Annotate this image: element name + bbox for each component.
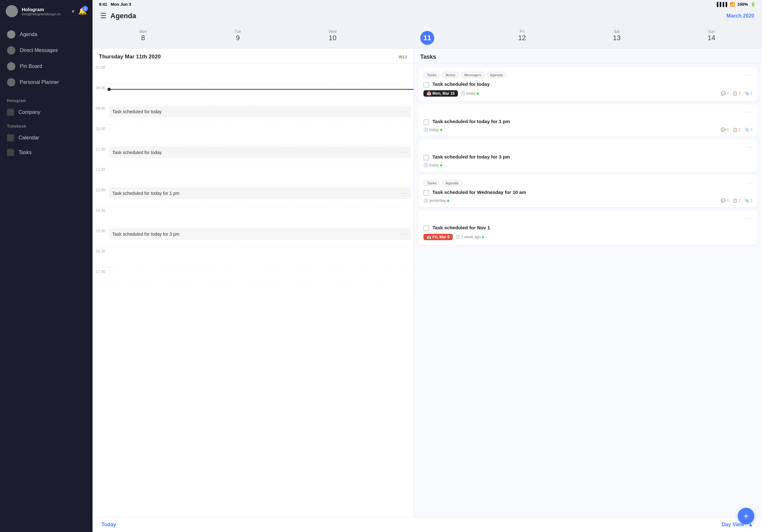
task-attachments: 📎 2 <box>744 91 752 96</box>
wifi-icon: 📶 <box>730 2 735 7</box>
status-time: 9:41 Mon Jun 3 <box>99 2 131 7</box>
sidebar-item-tasks[interactable]: Tasks <box>0 145 93 160</box>
day-tab-wed[interactable]: Wed 10 <box>285 26 380 45</box>
task-meta: 🕐 today 💬 4 📋 2 📎 2 <box>423 128 752 132</box>
sidebar-item-personal-planner[interactable]: Personal Planner <box>0 74 93 90</box>
task-more-icon[interactable]: ··· <box>746 215 752 222</box>
tasks-icon <box>7 149 14 156</box>
task-checkbox[interactable] <box>423 226 429 231</box>
task-meta-left: 🕐 yesterday <box>423 198 449 203</box>
current-time-dot <box>108 88 111 91</box>
sidebar-item-dm-label: Direct Messages <box>20 47 58 53</box>
sidebar-item-direct-messages[interactable]: Direct Messages <box>0 42 93 58</box>
day-tab-circle: 11 <box>420 31 434 45</box>
task-card: ··· Task scheduled for today for 3 pm 🕐 … <box>418 140 758 172</box>
task-attachments: 📎 2 <box>744 198 752 203</box>
sidebar-item-agenda[interactable]: Agenda <box>0 27 93 42</box>
cal-hour-label: 07.00 <box>93 63 109 70</box>
cal-week-badge: W12 <box>399 54 407 59</box>
task-meta-left: 📅 Mon, Mar 15 🕐 today <box>423 90 479 97</box>
task-tag: Tasks <box>423 72 440 78</box>
cal-event[interactable]: Task scheduled for today ··· <box>109 105 411 117</box>
task-tag: Notes <box>442 72 459 78</box>
cal-hour-line: Task scheduled for today for 3 pm ··· <box>109 227 414 241</box>
day-tab-num: 13 <box>571 34 663 42</box>
cal-hour-row: 11.00 Task scheduled for today ··· <box>93 145 414 166</box>
task-more-icon[interactable]: ··· <box>746 144 752 151</box>
sidebar-user-email: tom@hologramdesign.co <box>22 12 68 16</box>
task-checkbox[interactable] <box>423 82 429 88</box>
cal-timeline[interactable]: 07.0008.00 09.00 Task scheduled for toda… <box>93 63 414 517</box>
sidebar-item-tasks-label: Tasks <box>19 150 32 155</box>
page-title: Agenda <box>111 12 136 20</box>
cal-hour-row: 15.00 Task scheduled for today for 3 pm … <box>93 227 414 247</box>
cal-event[interactable]: Task scheduled for today for 3 pm ··· <box>109 228 411 240</box>
month-link[interactable]: March 2020 <box>726 13 754 19</box>
task-meta-right: 💬 4 📋 2 📎 2 <box>721 198 752 203</box>
cal-event-more-icon[interactable]: ··· <box>401 108 408 115</box>
task-tag: Tasks <box>423 180 440 186</box>
task-meta: 📅 Fri, Mar 5 🕐 1 week ago <box>423 234 752 240</box>
day-tab-num: 8 <box>97 34 189 42</box>
bottom-bar: Today Day View ▲ <box>93 517 762 532</box>
day-tab-sat[interactable]: Sat 13 <box>569 26 664 45</box>
task-date-badge: 📅 Mon, Mar 15 <box>423 90 458 97</box>
sidebar-user-name: Hologram <box>22 7 68 12</box>
cal-event-title: Task scheduled for today <box>112 150 162 155</box>
cal-hour-label: 17.00 <box>93 268 109 274</box>
sidebar-item-company[interactable]: Company <box>0 105 93 120</box>
sidebar-header: Hologram tom@hologramdesign.co ▾ 🔔 2 <box>0 0 93 23</box>
cal-event-title: Task scheduled for today for 3 pm <box>112 232 179 237</box>
sidebar-section-timebook: Timebook <box>0 120 93 130</box>
tasks-panel-header: Tasks <box>414 48 762 64</box>
day-tab-name: Thu <box>381 27 474 31</box>
cal-event-more-icon[interactable]: ··· <box>401 149 408 156</box>
cal-event-more-icon[interactable]: ··· <box>401 190 408 196</box>
task-meta-left: 📅 Fri, Mar 5 🕐 1 week ago <box>423 234 484 240</box>
cal-hour-line <box>109 84 414 94</box>
cal-event-more-icon[interactable]: ··· <box>401 231 408 237</box>
company-icon <box>7 109 14 116</box>
task-checkbox[interactable] <box>423 190 429 196</box>
day-tab-num: 10 <box>286 34 379 42</box>
day-tab-tue[interactable]: Tue 9 <box>190 26 285 45</box>
cal-event-title: Task scheduled for today for 1 pm <box>112 191 179 196</box>
task-status-dot <box>440 164 442 166</box>
task-comments: 💬 4 <box>721 91 729 96</box>
task-card: TasksAgenda ··· Task scheduled for Wedne… <box>418 175 758 207</box>
fab-add-button[interactable]: + <box>738 508 754 524</box>
sidebar-item-calendar[interactable]: Calendar <box>0 130 93 145</box>
task-checkbox[interactable] <box>423 155 429 161</box>
day-tab-mon[interactable]: Mon 8 <box>96 26 190 45</box>
day-tab-name: Mon <box>97 29 189 34</box>
cal-event[interactable]: Task scheduled for today ··· <box>109 146 411 158</box>
tasks-list: TasksNotesMessagesAgenda ··· Task schedu… <box>414 64 762 517</box>
day-tab-sun[interactable]: Sun 14 <box>664 26 759 45</box>
task-status-dot <box>482 236 484 238</box>
task-more-icon[interactable]: ··· <box>746 71 752 78</box>
task-meta-right: 💬 4 📋 2 📎 2 <box>721 91 752 96</box>
task-title: Task scheduled for Nov 1 <box>432 225 752 230</box>
task-row: Task scheduled for Wednesday for 10 am <box>423 189 752 196</box>
battery-icon: 🔋 <box>750 2 756 7</box>
day-tab-thu[interactable]: Thu 11 <box>380 23 475 48</box>
cal-hour-row: 12.00 <box>93 166 414 186</box>
chevron-down-icon[interactable]: ▾ <box>72 8 74 14</box>
day-tab-fri[interactable]: Fri 12 <box>475 26 569 45</box>
hamburger-icon[interactable]: ☰ <box>100 12 107 20</box>
time: 9:41 <box>99 2 107 7</box>
cal-event[interactable]: Task scheduled for today for 1 pm ··· <box>109 187 411 199</box>
task-more-icon[interactable]: ··· <box>746 109 752 115</box>
task-more-icon[interactable]: ··· <box>746 179 752 186</box>
task-checkbox[interactable] <box>423 119 429 125</box>
today-button[interactable]: Today <box>102 522 116 528</box>
sidebar-item-pin-board[interactable]: Pin Board <box>0 58 93 74</box>
day-tab-name: Fri <box>476 29 568 34</box>
cal-hour-row: 14.00 <box>93 206 414 227</box>
day-tab-name: Sat <box>571 29 663 34</box>
task-row: Task scheduled for today <box>423 81 752 88</box>
notification-bell[interactable]: 🔔 2 <box>78 7 87 15</box>
task-notes: 📋 2 <box>733 128 741 132</box>
cal-hour-line: Task scheduled for today for 1 pm ··· <box>109 186 414 200</box>
cal-date-header: Thursday Mar 11th 2020 W12 <box>93 48 414 63</box>
